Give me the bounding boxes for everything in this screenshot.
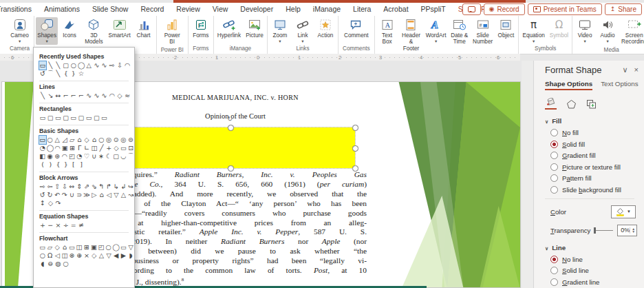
shape-gallery-item[interactable]: ∟ [83,144,90,152]
shape-gallery-item[interactable]: ◰ [69,152,76,161]
shape-gallery-item[interactable]: Γ [76,144,83,152]
record-button[interactable]: ◉Record [484,3,525,15]
shape-gallery-item[interactable]: ▭ [85,114,92,122]
shape-gallery-item[interactable]: ◰ [98,243,105,251]
shape-gallery-item[interactable]: ∿ [93,92,100,100]
shape-gallery-item[interactable]: ▭ [39,61,46,70]
shape-gallery-item[interactable]: ▭ [120,243,127,251]
shape-gallery-item[interactable]: ◀ [113,251,120,260]
shape-gallery-item[interactable]: ⇩ [61,183,68,191]
shape-gallery-item[interactable]: ▢ [63,61,69,70]
fill-color-picker[interactable]: ▼ [611,205,636,218]
tab-help[interactable]: Help [279,3,307,16]
slider-thumb[interactable] [594,227,596,234]
shape-gallery-item[interactable]: ◁ [54,251,61,260]
shape-gallery-item[interactable]: ▭ [69,243,76,251]
shape-gallery-item[interactable]: ⇔ [69,183,76,191]
line-section-header[interactable]: ∨Line [545,244,638,251]
shape-gallery-item[interactable]: ⊖ [47,260,54,268]
shape-gallery-item[interactable]: ↰ [98,183,105,191]
shapes-button[interactable]: Shapes ▾ [36,17,58,45]
shape-gallery-item[interactable]: ◡ [120,152,127,161]
tab-view[interactable]: View [206,3,235,16]
shape-gallery-item[interactable]: ⇩ [116,61,123,70]
shape-gallery-item[interactable]: ◇ [91,251,98,260]
radio-solid-line[interactable]: Solid line [550,267,638,274]
shape-gallery-item[interactable]: ↲ [120,183,127,191]
shape-gallery-item[interactable]: ⌐ [70,92,77,100]
screen-recording-button[interactable]: Screen Recording [619,17,644,46]
shape-gallery-item[interactable]: ○ [105,243,112,251]
shape-gallery-item[interactable]: ◗ [127,251,134,260]
shape-gallery-item[interactable]: ] [78,161,85,169]
shape-gallery-item[interactable]: ↱ [105,183,112,191]
size-properties-icon[interactable] [586,99,597,110]
shape-gallery-item[interactable]: ⌂ [61,243,68,251]
shape-gallery-item[interactable]: ⇨ [109,61,116,70]
shape-gallery-item[interactable]: ○ [39,251,46,260]
resize-handle-right[interactable] [352,145,358,152]
shape-gallery-item[interactable]: { [63,70,69,78]
tab-text-options[interactable]: Text Options [601,80,638,90]
video-button[interactable]: Video ▾ [574,17,596,45]
shape-gallery-item[interactable]: ⌐ [63,92,69,100]
icons-button[interactable]: Icons [58,17,80,39]
shape-gallery-item[interactable]: ◍ [54,260,61,268]
shape-gallery-item[interactable]: ↘ [47,92,54,100]
shape-gallery-item[interactable]: ↻ [47,191,54,199]
shape-gallery-item[interactable]: ╱ [98,144,105,152]
shape-gallery-item[interactable]: ○ [47,136,54,144]
radio-picture-fill[interactable]: Picture or texture fill [550,163,638,171]
shape-gallery-item[interactable]: ▭ [39,114,46,122]
shape-gallery-item[interactable]: ▶ [120,251,127,260]
radio-gradient-line[interactable]: Gradient line [550,278,638,286]
resize-handle-top-right[interactable] [352,125,358,131]
object-button[interactable]: Object [495,17,517,39]
resize-handle-top[interactable] [228,125,234,131]
fill-section-header[interactable]: ∨Fill [545,117,638,125]
shape-gallery-item[interactable]: Ω [47,251,54,260]
shape-gallery-item[interactable]: ◔ [39,144,46,152]
shape-gallery-item[interactable]: ⊞ [69,144,76,152]
shape-gallery-item[interactable]: ☾ [105,152,112,161]
shape-gallery-item[interactable]: ◯ [113,243,120,251]
zoom-button[interactable]: Zoom ▾ [269,17,291,45]
shape-gallery-item[interactable]: △ [54,136,61,144]
tab-litera[interactable]: Litera [347,3,377,16]
hyperlink-button[interactable]: Hyperlink [215,17,243,39]
comment-button[interactable]: Comment [342,17,371,39]
shape-gallery-item[interactable]: ▭ [39,243,46,251]
shape-gallery-item[interactable]: ▭ [120,144,127,152]
tab-review[interactable]: Review [170,3,206,16]
shape-gallery-item[interactable]: ▣ [62,144,69,152]
shape-gallery-item[interactable]: ◠ [109,92,116,100]
shape-gallery-item[interactable]: ╲ [47,61,54,70]
shape-gallery-item[interactable]: ⊞ [83,243,90,251]
pane-collapse-icon[interactable]: ∨ [623,66,628,74]
tab-shape-options[interactable]: Shape Options [545,80,592,90]
shape-gallery-item[interactable]: ▭ [39,136,46,144]
transparency-spinbox[interactable]: 0% ▲▼ [617,225,637,236]
shape-gallery-item[interactable]: ≫ [83,191,90,199]
shape-gallery-item[interactable]: ∿ [93,61,100,70]
chart-button[interactable]: Chart [133,17,155,39]
shape-gallery-item[interactable]: ↳ [113,183,120,191]
shape-gallery-item[interactable]: ⊛ [54,152,61,161]
shape-gallery-item[interactable]: △ [98,251,105,260]
shape-gallery-item[interactable]: ◫ [61,251,68,260]
shape-gallery-item[interactable]: ⌂ [91,136,98,144]
tab-record[interactable]: Record [134,3,170,16]
shape-gallery-item[interactable]: ⊡ [127,144,134,152]
link-button[interactable]: Link ▾ [292,17,314,45]
shape-gallery-item[interactable]: ╲ [54,61,61,70]
spinner-arrows[interactable]: ▲▼ [630,227,636,234]
shape-gallery-item[interactable]: ◿ [61,136,68,144]
shape-gallery-item[interactable]: ⇧ [54,183,61,191]
shape-gallery-item[interactable]: ◖ [39,260,46,268]
tab-acrobat[interactable]: Acrobat [377,3,414,16]
shape-gallery-item[interactable]: [ [70,161,77,169]
shape-gallery-item[interactable]: ▽ [105,251,112,260]
tab-slide-show[interactable]: Slide Show [86,3,135,16]
cameo-button[interactable]: Cameo ▾ [8,17,30,45]
shape-gallery-item[interactable]: ⌂ [98,191,105,199]
